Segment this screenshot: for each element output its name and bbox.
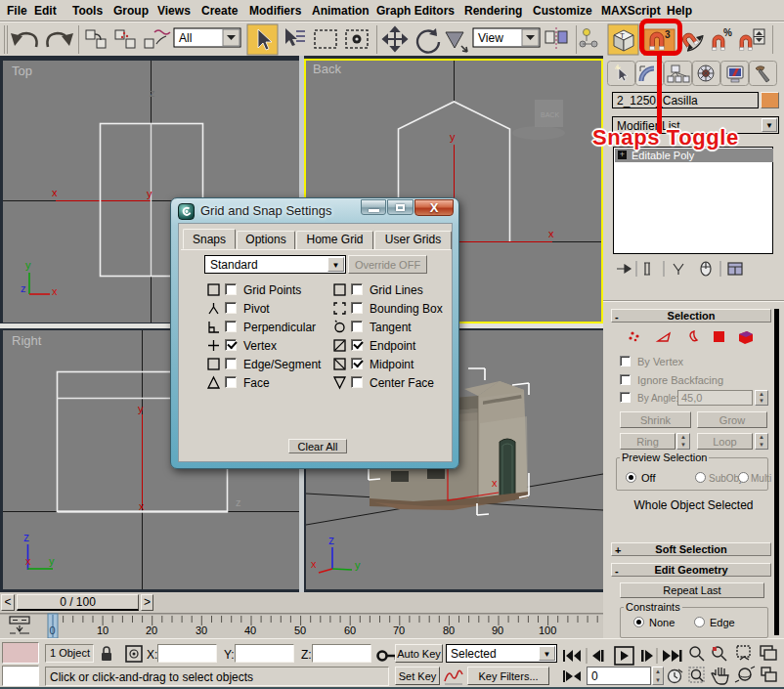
svg-text:60: 60	[344, 624, 356, 636]
svg-text:View: View	[478, 31, 503, 45]
svg-text:y: y	[450, 131, 456, 143]
svg-text:x: x	[548, 228, 554, 239]
svg-text:T: T	[620, 31, 625, 40]
svg-text:50: 50	[294, 624, 306, 636]
svg-text:x: x	[52, 285, 58, 297]
svg-text:90: 90	[492, 624, 503, 636]
svg-text:x: x	[52, 187, 58, 198]
svg-text:x: x	[311, 558, 317, 570]
svg-text:10: 10	[97, 624, 109, 636]
svg-text:z: z	[21, 282, 26, 294]
svg-text:y: y	[49, 555, 55, 567]
svg-text:z: z	[23, 531, 29, 544]
svg-text:100: 100	[539, 624, 556, 636]
svg-text:20: 20	[146, 624, 157, 636]
svg-text:x: x	[492, 477, 498, 489]
svg-text:z: z	[328, 534, 334, 547]
svg-text:70: 70	[393, 624, 405, 636]
svg-text:%: %	[723, 27, 732, 38]
svg-text:0: 0	[50, 624, 56, 636]
svg-text:z: z	[236, 496, 241, 508]
svg-text:z: z	[150, 87, 155, 99]
svg-text:All: All	[179, 31, 192, 45]
svg-text:x: x	[139, 500, 145, 512]
svg-text:y: y	[355, 559, 361, 571]
svg-text:y: y	[25, 259, 31, 271]
svg-text:40: 40	[244, 624, 256, 636]
svg-text:BACK: BACK	[541, 111, 559, 118]
svg-text:y: y	[138, 403, 144, 414]
svg-text:y: y	[147, 188, 152, 199]
svg-text:x: x	[25, 555, 31, 567]
svg-text:30: 30	[196, 624, 207, 636]
svg-text:80: 80	[443, 624, 455, 636]
